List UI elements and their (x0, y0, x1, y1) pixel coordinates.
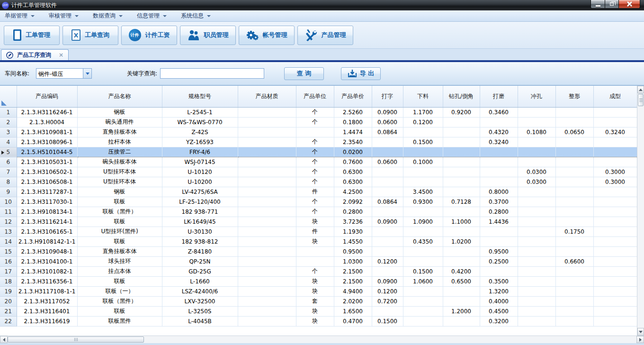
grid-cell[interactable] (443, 246, 480, 256)
grid-cell[interactable]: 碗头通用件 (77, 117, 162, 127)
keyword-input[interactable] (160, 68, 264, 79)
grid-cell[interactable]: LXV-32500 (162, 296, 238, 306)
grid-cell[interactable]: 0.1500 (372, 316, 403, 326)
grid-cell[interactable] (443, 316, 480, 326)
grid-cell[interactable]: 联板 (77, 217, 162, 227)
grid-cell[interactable]: 3.4500 (403, 187, 443, 197)
grid-cell[interactable] (403, 167, 443, 177)
grid-cell[interactable] (443, 157, 480, 167)
grid-cell[interactable]: 1.4436 (480, 217, 518, 227)
grid-cell[interactable]: 2.1.3.H3116619 (17, 316, 77, 326)
grid-cell[interactable]: 0.8000 (480, 187, 518, 197)
row-header[interactable]: 1 (0, 107, 17, 117)
grid-cell[interactable]: 0.1200 (372, 256, 403, 266)
grid-cell[interactable] (593, 157, 637, 167)
row-header[interactable]: 10 (0, 197, 17, 207)
grid-cell[interactable]: 0.0900 (372, 276, 403, 286)
grid-cell[interactable] (555, 117, 593, 127)
row-header[interactable]: 5 (0, 147, 17, 157)
grid-cell[interactable] (372, 137, 403, 147)
grid-cell[interactable]: 0.4700 (334, 316, 372, 326)
grid-cell[interactable] (238, 157, 296, 167)
grid-cell[interactable] (403, 316, 443, 326)
grid-cell[interactable]: 0.4320 (480, 127, 518, 137)
grid-cell[interactable]: 2.1.3.H3106508-1 (17, 177, 77, 187)
grid-cell[interactable]: WS-7&WS-0770 (162, 117, 238, 127)
grid-cell[interactable]: U型挂环本体 (77, 167, 162, 177)
grid-cell[interactable] (593, 236, 637, 246)
grid-cell[interactable] (555, 157, 593, 167)
vertical-scroll-thumb[interactable] (638, 94, 644, 106)
grid-cell[interactable]: QP-25N (162, 256, 238, 266)
column-header-product-code[interactable]: 产品编码 (17, 86, 77, 107)
grid-cell[interactable] (518, 266, 555, 276)
row-header[interactable]: 19 (0, 286, 17, 296)
grid-cell[interactable]: U型挂环本体 (77, 177, 162, 187)
grid-cell[interactable]: 0.0300 (518, 177, 555, 187)
grid-cell[interactable] (443, 147, 480, 157)
grid-cell[interactable]: 0.0650 (555, 127, 593, 137)
grid-cell[interactable] (372, 266, 403, 276)
grid-cell[interactable] (555, 167, 593, 177)
grid-cell[interactable]: 0.6300 (334, 177, 372, 187)
grid-cell[interactable] (480, 266, 518, 276)
grid-cell[interactable] (443, 117, 480, 127)
grid-cell[interactable] (238, 276, 296, 286)
grid-cell[interactable]: 0.0900 (372, 107, 403, 117)
grid-cell[interactable] (555, 236, 593, 246)
column-header-punching[interactable]: 冲孔 (518, 86, 555, 107)
grid-cell[interactable]: 2.1.3.H0004 (17, 117, 77, 127)
grid-cell[interactable]: 碗头挂板本体 (77, 157, 162, 167)
grid-cell[interactable]: 0.3000 (593, 177, 637, 187)
menu-item-data-query[interactable]: 数据查询 (93, 12, 123, 20)
grid-cell[interactable]: U型挂环(黑件) (77, 227, 162, 236)
grid-cell[interactable] (555, 266, 593, 276)
row-header[interactable]: 16 (0, 256, 17, 266)
grid-cell[interactable] (443, 127, 480, 137)
grid-cell[interactable]: 2.1.3.H3116356-1 (17, 276, 77, 286)
column-header-spec-model[interactable]: 规格型号 (162, 86, 238, 107)
table-row[interactable]: 52.1.5.H5101044-5压接管二FRY-4/6个0.0200 (0, 147, 637, 157)
grid-cell[interactable]: 0.0864 (372, 197, 403, 207)
grid-cell[interactable] (372, 167, 403, 177)
grid-cell[interactable]: L-1660 (162, 276, 238, 286)
work-order-management-button[interactable]: 工单管理 (4, 26, 60, 45)
grid-cell[interactable]: 球头挂环 (77, 256, 162, 266)
grid-cell[interactable]: 0.4200 (443, 266, 480, 276)
grid-cell[interactable]: 1.0300 (334, 256, 372, 266)
grid-cell[interactable]: 2.1.3.H3109081-1 (17, 127, 77, 137)
grid-cell[interactable] (593, 117, 637, 127)
column-header-unit-price[interactable]: 产品单价 (334, 86, 372, 107)
grid-cell[interactable]: 2.1.3.H3109048-1 (17, 246, 77, 256)
row-header[interactable]: 18 (0, 276, 17, 286)
grid-cell[interactable]: 0.6300 (334, 167, 372, 177)
scroll-up-button[interactable] (637, 86, 644, 93)
grid-cell[interactable] (403, 256, 443, 266)
grid-cell[interactable] (403, 296, 443, 306)
grid-cell[interactable] (443, 286, 480, 296)
grid-cell[interactable]: 2.1.3.H9108142-1-1 (17, 236, 77, 246)
grid-cell[interactable]: 0.0600 (372, 157, 403, 167)
grid-cell[interactable] (555, 276, 593, 286)
row-header[interactable]: 17 (0, 266, 17, 276)
grid-cell[interactable]: 1.6500 (334, 306, 372, 316)
grid-cell[interactable] (238, 127, 296, 137)
grid-cell[interactable] (443, 207, 480, 217)
table-row[interactable]: 82.1.3.H3106508-1U型挂环本体U-10200个0.63000.0… (0, 177, 637, 187)
grid-cell[interactable]: 件 (296, 187, 334, 197)
account-management-button[interactable]: 帐号管理 (239, 26, 295, 45)
horizontal-scroll-track[interactable] (144, 336, 636, 343)
grid-cell[interactable] (238, 306, 296, 316)
grid-cell[interactable] (555, 137, 593, 147)
table-row[interactable]: 172.1.3.H3101082-1挂点本体GD-25G个2.15000.150… (0, 266, 637, 276)
grid-cell[interactable] (593, 107, 637, 117)
table-row[interactable]: 132.1.3.H3106165-1U型挂环(黑件)U-30130件1.1930… (0, 227, 637, 236)
grid-cell[interactable]: 0.3200 (480, 316, 518, 326)
table-row[interactable]: 62.1.3.H3105031-1碗头挂板本体WSJ-07145个0.76000… (0, 157, 637, 167)
grid-cell[interactable]: 2.0200 (334, 296, 372, 306)
grid-cell[interactable] (443, 177, 480, 187)
grid-cell[interactable]: 1.3200 (480, 286, 518, 296)
grid-cell[interactable] (518, 217, 555, 227)
grid-cell[interactable]: 0.0200 (334, 147, 372, 157)
row-header[interactable]: 22 (0, 316, 17, 326)
